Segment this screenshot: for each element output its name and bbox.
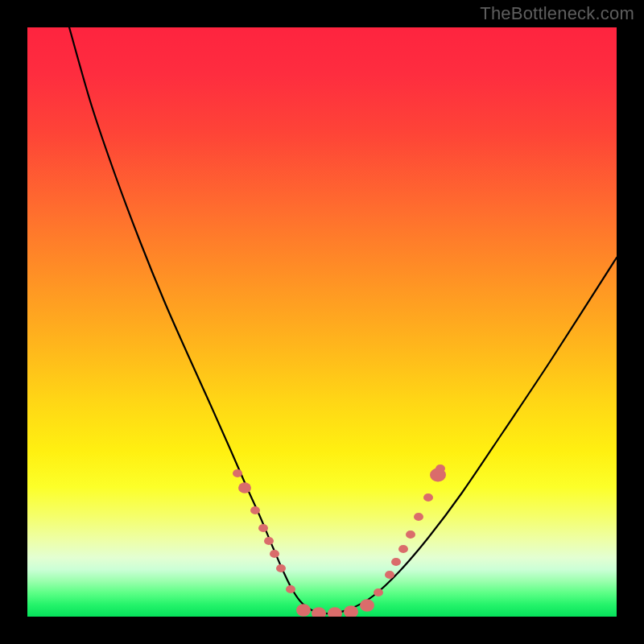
plot-area bbox=[27, 27, 617, 617]
data-marker bbox=[385, 571, 394, 579]
data-marker bbox=[258, 524, 268, 532]
data-marker bbox=[398, 545, 408, 553]
data-marker bbox=[344, 605, 358, 617]
data-marker bbox=[270, 550, 279, 558]
watermark-text: TheBottleneck.com bbox=[480, 3, 634, 24]
data-marker bbox=[328, 607, 342, 617]
data-marker bbox=[250, 506, 260, 514]
data-marker bbox=[296, 604, 311, 616]
data-marker bbox=[264, 537, 274, 545]
data-marker bbox=[423, 493, 433, 502]
bottleneck-curve bbox=[69, 27, 617, 613]
data-marker bbox=[286, 585, 295, 593]
data-marker bbox=[406, 530, 415, 539]
curve-layer bbox=[27, 27, 617, 617]
data-marker bbox=[436, 464, 445, 473]
data-marker bbox=[238, 482, 251, 493]
data-marker bbox=[374, 588, 383, 597]
data-marker bbox=[276, 564, 286, 572]
data-marker bbox=[414, 513, 423, 521]
data-marker bbox=[233, 469, 242, 477]
data-marker bbox=[312, 607, 326, 617]
data-marker bbox=[391, 558, 401, 566]
marker-group bbox=[233, 464, 446, 617]
data-marker bbox=[360, 599, 374, 611]
chart-stage: TheBottleneck.com bbox=[0, 0, 644, 644]
